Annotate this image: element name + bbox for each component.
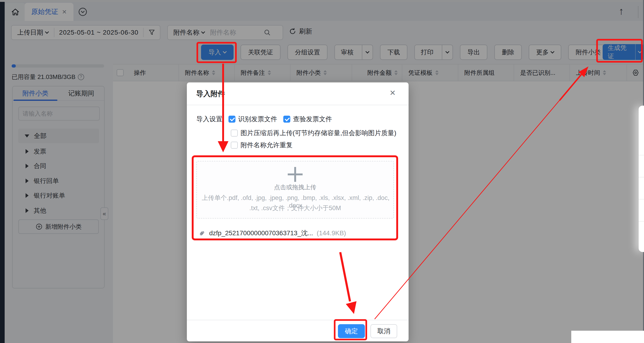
recognize-invoice-checkbox[interactable] [228, 116, 236, 123]
bottom-right-panel [571, 331, 644, 343]
cancel-button[interactable]: 取消 [370, 324, 397, 338]
compress-image-checkbox[interactable] [231, 130, 238, 137]
paperclip-icon [198, 230, 206, 237]
plus-icon [288, 167, 302, 182]
compress-image-row: 图片压缩后再上传(可节约存储容量,但会影响图片质量) [231, 129, 396, 137]
dialog-title: 导入附件 [196, 89, 225, 99]
dialog-close-icon[interactable]: ✕ [390, 88, 396, 97]
settings-label: 导入设置: [196, 115, 224, 124]
allow-duplicate-checkbox[interactable] [231, 142, 238, 149]
import-dialog: 导入附件 ✕ 导入设置: 识别发票文件 查验发票文件 图片压缩后再上传(可节约存… [187, 82, 408, 341]
upload-main-text: 点击或拖拽上传 [197, 183, 394, 191]
verify-invoice-checkbox[interactable] [283, 116, 290, 123]
upload-hint-line2: .txt, .csv文件，文件大小小于50M [197, 204, 394, 212]
dialog-footer: 确定 取消 [187, 320, 408, 341]
upload-dropzone[interactable]: 点击或拖拽上传 上传单个.pdf, .ofd, .jpg, .jpeg, .pn… [196, 161, 394, 219]
file-size: (144.9KB) [317, 229, 346, 237]
dialog-header: 导入附件 ✕ [187, 82, 408, 105]
ok-button[interactable]: 确定 [338, 324, 365, 338]
import-settings-row: 导入设置: 识别发票文件 查验发票文件 [196, 115, 332, 123]
app-root: 原始凭证 ✕ ↑ 上传日期 2025-05-01 ~ 2025-06-30 附件… [0, 0, 644, 343]
file-name: dzfp_25217000000070363713_沈... [209, 229, 313, 238]
allow-duplicate-row: 附件名称允许重复 [231, 141, 292, 149]
right-edge-panel[interactable] [639, 106, 644, 252]
uploaded-file-item[interactable]: dzfp_25217000000070363713_沈... (144.9KB) [198, 229, 346, 238]
